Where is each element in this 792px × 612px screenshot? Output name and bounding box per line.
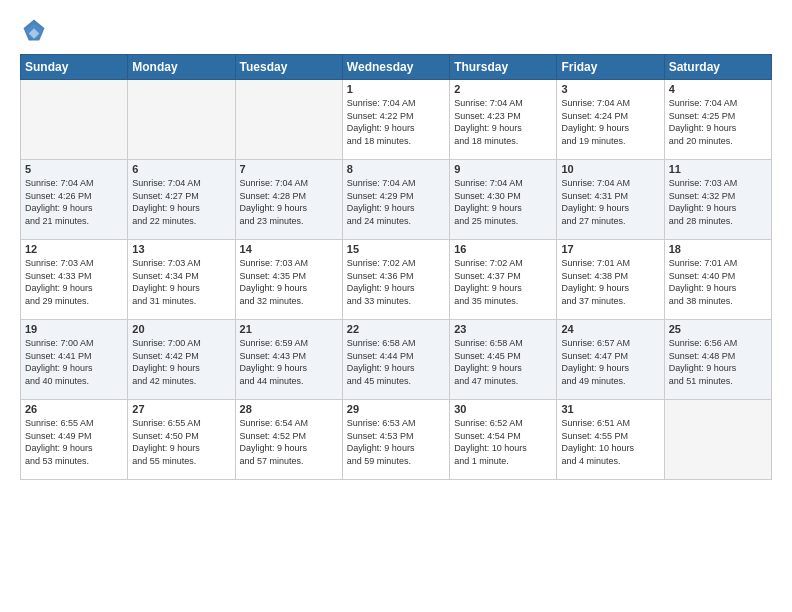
calendar-day-cell: 15Sunrise: 7:02 AM Sunset: 4:36 PM Dayli… — [342, 240, 449, 320]
calendar-week-row: 26Sunrise: 6:55 AM Sunset: 4:49 PM Dayli… — [21, 400, 772, 480]
calendar-day-cell — [128, 80, 235, 160]
day-number: 28 — [240, 403, 338, 415]
calendar-day-cell: 19Sunrise: 7:00 AM Sunset: 4:41 PM Dayli… — [21, 320, 128, 400]
day-info: Sunrise: 7:04 AM Sunset: 4:28 PM Dayligh… — [240, 177, 338, 227]
day-number: 23 — [454, 323, 552, 335]
day-number: 7 — [240, 163, 338, 175]
calendar-day-cell: 24Sunrise: 6:57 AM Sunset: 4:47 PM Dayli… — [557, 320, 664, 400]
calendar-day-cell: 6Sunrise: 7:04 AM Sunset: 4:27 PM Daylig… — [128, 160, 235, 240]
calendar-day-cell: 8Sunrise: 7:04 AM Sunset: 4:29 PM Daylig… — [342, 160, 449, 240]
logo — [20, 16, 52, 44]
day-number: 24 — [561, 323, 659, 335]
day-info: Sunrise: 7:04 AM Sunset: 4:27 PM Dayligh… — [132, 177, 230, 227]
calendar-day-cell: 31Sunrise: 6:51 AM Sunset: 4:55 PM Dayli… — [557, 400, 664, 480]
day-number: 17 — [561, 243, 659, 255]
calendar-day-cell: 21Sunrise: 6:59 AM Sunset: 4:43 PM Dayli… — [235, 320, 342, 400]
day-info: Sunrise: 7:04 AM Sunset: 4:26 PM Dayligh… — [25, 177, 123, 227]
day-info: Sunrise: 7:03 AM Sunset: 4:35 PM Dayligh… — [240, 257, 338, 307]
calendar-day-cell: 10Sunrise: 7:04 AM Sunset: 4:31 PM Dayli… — [557, 160, 664, 240]
calendar-day-cell — [21, 80, 128, 160]
day-info: Sunrise: 7:04 AM Sunset: 4:29 PM Dayligh… — [347, 177, 445, 227]
day-number: 2 — [454, 83, 552, 95]
day-info: Sunrise: 7:01 AM Sunset: 4:40 PM Dayligh… — [669, 257, 767, 307]
day-number: 13 — [132, 243, 230, 255]
calendar-day-cell: 7Sunrise: 7:04 AM Sunset: 4:28 PM Daylig… — [235, 160, 342, 240]
day-number: 6 — [132, 163, 230, 175]
weekday-header-tuesday: Tuesday — [235, 55, 342, 80]
day-number: 5 — [25, 163, 123, 175]
calendar-day-cell: 17Sunrise: 7:01 AM Sunset: 4:38 PM Dayli… — [557, 240, 664, 320]
day-number: 30 — [454, 403, 552, 415]
day-number: 3 — [561, 83, 659, 95]
calendar-day-cell: 18Sunrise: 7:01 AM Sunset: 4:40 PM Dayli… — [664, 240, 771, 320]
calendar-day-cell: 26Sunrise: 6:55 AM Sunset: 4:49 PM Dayli… — [21, 400, 128, 480]
day-number: 26 — [25, 403, 123, 415]
calendar-day-cell: 25Sunrise: 6:56 AM Sunset: 4:48 PM Dayli… — [664, 320, 771, 400]
calendar-day-cell — [235, 80, 342, 160]
day-info: Sunrise: 7:00 AM Sunset: 4:42 PM Dayligh… — [132, 337, 230, 387]
day-info: Sunrise: 6:55 AM Sunset: 4:49 PM Dayligh… — [25, 417, 123, 467]
calendar-day-cell: 2Sunrise: 7:04 AM Sunset: 4:23 PM Daylig… — [450, 80, 557, 160]
day-number: 20 — [132, 323, 230, 335]
calendar-table: SundayMondayTuesdayWednesdayThursdayFrid… — [20, 54, 772, 480]
day-info: Sunrise: 7:03 AM Sunset: 4:33 PM Dayligh… — [25, 257, 123, 307]
calendar-day-cell: 12Sunrise: 7:03 AM Sunset: 4:33 PM Dayli… — [21, 240, 128, 320]
day-number: 21 — [240, 323, 338, 335]
calendar-day-cell: 29Sunrise: 6:53 AM Sunset: 4:53 PM Dayli… — [342, 400, 449, 480]
calendar-day-cell: 22Sunrise: 6:58 AM Sunset: 4:44 PM Dayli… — [342, 320, 449, 400]
calendar-day-cell: 13Sunrise: 7:03 AM Sunset: 4:34 PM Dayli… — [128, 240, 235, 320]
day-number: 9 — [454, 163, 552, 175]
day-number: 31 — [561, 403, 659, 415]
day-info: Sunrise: 6:56 AM Sunset: 4:48 PM Dayligh… — [669, 337, 767, 387]
day-info: Sunrise: 6:51 AM Sunset: 4:55 PM Dayligh… — [561, 417, 659, 467]
calendar-day-cell: 27Sunrise: 6:55 AM Sunset: 4:50 PM Dayli… — [128, 400, 235, 480]
calendar-day-cell — [664, 400, 771, 480]
day-info: Sunrise: 6:52 AM Sunset: 4:54 PM Dayligh… — [454, 417, 552, 467]
day-number: 25 — [669, 323, 767, 335]
weekday-header-wednesday: Wednesday — [342, 55, 449, 80]
day-number: 18 — [669, 243, 767, 255]
day-info: Sunrise: 6:53 AM Sunset: 4:53 PM Dayligh… — [347, 417, 445, 467]
day-number: 15 — [347, 243, 445, 255]
day-info: Sunrise: 6:55 AM Sunset: 4:50 PM Dayligh… — [132, 417, 230, 467]
calendar-week-row: 1Sunrise: 7:04 AM Sunset: 4:22 PM Daylig… — [21, 80, 772, 160]
logo-icon — [20, 16, 48, 44]
day-number: 29 — [347, 403, 445, 415]
day-info: Sunrise: 7:02 AM Sunset: 4:37 PM Dayligh… — [454, 257, 552, 307]
day-info: Sunrise: 7:03 AM Sunset: 4:34 PM Dayligh… — [132, 257, 230, 307]
weekday-header-sunday: Sunday — [21, 55, 128, 80]
calendar-day-cell: 5Sunrise: 7:04 AM Sunset: 4:26 PM Daylig… — [21, 160, 128, 240]
day-info: Sunrise: 7:04 AM Sunset: 4:22 PM Dayligh… — [347, 97, 445, 147]
day-info: Sunrise: 6:58 AM Sunset: 4:45 PM Dayligh… — [454, 337, 552, 387]
calendar-day-cell: 28Sunrise: 6:54 AM Sunset: 4:52 PM Dayli… — [235, 400, 342, 480]
day-info: Sunrise: 6:59 AM Sunset: 4:43 PM Dayligh… — [240, 337, 338, 387]
day-number: 19 — [25, 323, 123, 335]
calendar-week-row: 5Sunrise: 7:04 AM Sunset: 4:26 PM Daylig… — [21, 160, 772, 240]
calendar-week-row: 12Sunrise: 7:03 AM Sunset: 4:33 PM Dayli… — [21, 240, 772, 320]
day-info: Sunrise: 6:57 AM Sunset: 4:47 PM Dayligh… — [561, 337, 659, 387]
day-info: Sunrise: 7:01 AM Sunset: 4:38 PM Dayligh… — [561, 257, 659, 307]
calendar-day-cell: 11Sunrise: 7:03 AM Sunset: 4:32 PM Dayli… — [664, 160, 771, 240]
calendar-week-row: 19Sunrise: 7:00 AM Sunset: 4:41 PM Dayli… — [21, 320, 772, 400]
day-number: 12 — [25, 243, 123, 255]
weekday-header-thursday: Thursday — [450, 55, 557, 80]
day-info: Sunrise: 7:04 AM Sunset: 4:25 PM Dayligh… — [669, 97, 767, 147]
calendar-day-cell: 4Sunrise: 7:04 AM Sunset: 4:25 PM Daylig… — [664, 80, 771, 160]
calendar-day-cell: 14Sunrise: 7:03 AM Sunset: 4:35 PM Dayli… — [235, 240, 342, 320]
day-number: 14 — [240, 243, 338, 255]
day-number: 22 — [347, 323, 445, 335]
calendar-day-cell: 30Sunrise: 6:52 AM Sunset: 4:54 PM Dayli… — [450, 400, 557, 480]
day-info: Sunrise: 7:02 AM Sunset: 4:36 PM Dayligh… — [347, 257, 445, 307]
calendar-day-cell: 16Sunrise: 7:02 AM Sunset: 4:37 PM Dayli… — [450, 240, 557, 320]
day-number: 1 — [347, 83, 445, 95]
day-info: Sunrise: 6:58 AM Sunset: 4:44 PM Dayligh… — [347, 337, 445, 387]
day-info: Sunrise: 7:04 AM Sunset: 4:31 PM Dayligh… — [561, 177, 659, 227]
day-info: Sunrise: 6:54 AM Sunset: 4:52 PM Dayligh… — [240, 417, 338, 467]
calendar-day-cell: 20Sunrise: 7:00 AM Sunset: 4:42 PM Dayli… — [128, 320, 235, 400]
calendar-day-cell: 1Sunrise: 7:04 AM Sunset: 4:22 PM Daylig… — [342, 80, 449, 160]
day-info: Sunrise: 7:04 AM Sunset: 4:30 PM Dayligh… — [454, 177, 552, 227]
day-number: 16 — [454, 243, 552, 255]
calendar-day-cell: 23Sunrise: 6:58 AM Sunset: 4:45 PM Dayli… — [450, 320, 557, 400]
header — [20, 16, 772, 44]
day-info: Sunrise: 7:03 AM Sunset: 4:32 PM Dayligh… — [669, 177, 767, 227]
